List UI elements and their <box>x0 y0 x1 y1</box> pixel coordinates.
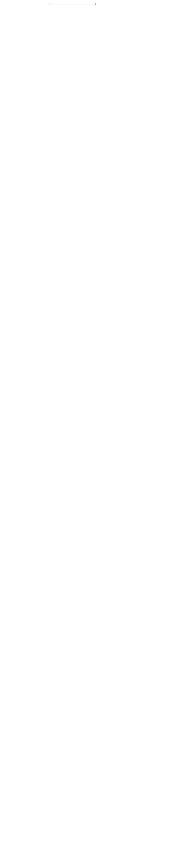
attributes-box: attributes grp commonPowerAttributes idT… <box>49 3 96 5</box>
attributes-header: attributes <box>51 5 94 5</box>
